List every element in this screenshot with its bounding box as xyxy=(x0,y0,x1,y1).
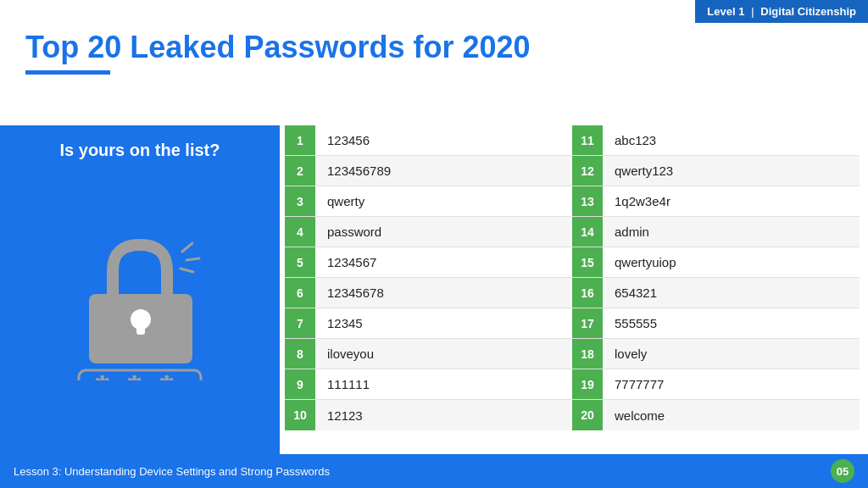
svg-text:_: _ xyxy=(181,376,191,380)
lock-icon-area: ✱ ✱ ✱ _ xyxy=(55,170,225,454)
question-text: Is yours on the list? xyxy=(43,125,237,170)
row-value: 7777777 xyxy=(603,377,664,391)
header-pipe: | xyxy=(751,5,754,18)
row-value: 1q2w3e4r xyxy=(603,194,670,208)
table-row: 51234567 xyxy=(285,247,572,278)
header-course: Digital Citizenship xyxy=(760,5,856,18)
page-title: Top 20 Leaked Passwords for 2020 xyxy=(25,29,531,65)
row-number: 20 xyxy=(572,400,603,430)
row-number: 17 xyxy=(572,308,603,338)
svg-text:✱: ✱ xyxy=(94,373,110,380)
row-value: password xyxy=(315,225,381,239)
table-grid: 112345621234567893qwerty4password5123456… xyxy=(285,125,860,454)
svg-rect-5 xyxy=(136,319,145,335)
table-row: 1123456 xyxy=(285,125,572,156)
row-value: admin xyxy=(603,225,649,239)
row-number: 8 xyxy=(285,339,315,369)
table-row: 8iloveyou xyxy=(285,339,572,369)
row-value: 12123 xyxy=(315,408,363,423)
main-title-area: Top 20 Leaked Passwords for 2020 xyxy=(25,29,531,75)
row-value: 555555 xyxy=(603,316,657,330)
row-value: welcome xyxy=(603,408,665,423)
row-value: lovely xyxy=(603,347,647,361)
footer: Lesson 3: Understanding Device Settings … xyxy=(0,454,868,488)
row-number: 11 xyxy=(572,125,603,155)
table-row: 1012123 xyxy=(285,400,572,430)
table-row: 14admin xyxy=(572,217,860,247)
svg-line-1 xyxy=(186,258,199,260)
row-number: 5 xyxy=(285,247,315,277)
header-level: Level 1 xyxy=(707,5,744,18)
table-row: 17555555 xyxy=(572,308,860,339)
table-row: 612345678 xyxy=(285,278,572,308)
row-number: 4 xyxy=(285,217,315,247)
row-number: 19 xyxy=(572,369,603,399)
svg-text:✱: ✱ xyxy=(126,373,142,380)
table-row: 11abc123 xyxy=(572,125,860,156)
row-number: 10 xyxy=(285,400,315,430)
lock-icon: ✱ ✱ ✱ _ xyxy=(55,228,225,380)
title-underline xyxy=(25,70,110,75)
svg-line-2 xyxy=(181,269,193,272)
right-column: 11abc12312qwerty123131q2w3e4r14admin15qw… xyxy=(572,125,860,454)
row-value: qwerty123 xyxy=(603,164,673,178)
footer-lesson: Lesson 3: Understanding Device Settings … xyxy=(14,465,330,478)
row-number: 2 xyxy=(285,156,315,186)
row-number: 7 xyxy=(285,308,315,338)
table-row: 9111111 xyxy=(285,369,572,400)
row-value: 111111 xyxy=(315,377,370,391)
row-value: 1234567 xyxy=(315,255,376,269)
table-row: 16654321 xyxy=(572,278,860,308)
svg-line-0 xyxy=(182,243,192,252)
header-badge: Level 1 | Digital Citizenship xyxy=(695,0,868,23)
row-value: 654321 xyxy=(603,286,657,300)
table-row: 18lovely xyxy=(572,339,860,369)
left-panel: Is yours on the list? ✱ ✱ ✱ _ xyxy=(0,125,280,454)
table-row: 12qwerty123 xyxy=(572,156,860,186)
row-number: 3 xyxy=(285,186,315,216)
left-column: 112345621234567893qwerty4password5123456… xyxy=(285,125,572,454)
row-value: abc123 xyxy=(603,133,656,147)
row-value: 12345678 xyxy=(315,286,384,300)
row-number: 18 xyxy=(572,339,603,369)
row-value: 123456 xyxy=(315,133,370,147)
footer-page-number: 05 xyxy=(831,459,854,483)
table-row: 3qwerty xyxy=(285,186,572,217)
row-value: qwertyuiop xyxy=(603,255,676,269)
row-number: 16 xyxy=(572,278,603,308)
row-number: 12 xyxy=(572,156,603,186)
table-row: 712345 xyxy=(285,308,572,339)
row-value: qwerty xyxy=(315,194,364,208)
row-value: iloveyou xyxy=(315,347,374,361)
row-number: 14 xyxy=(572,217,603,247)
row-value: 12345 xyxy=(315,316,363,330)
row-number: 13 xyxy=(572,186,603,216)
table-row: 131q2w3e4r xyxy=(572,186,860,217)
row-value: 123456789 xyxy=(315,164,391,178)
row-number: 9 xyxy=(285,369,315,399)
table-row: 197777777 xyxy=(572,369,860,400)
table-row: 2123456789 xyxy=(285,156,572,186)
table-row: 4password xyxy=(285,217,572,247)
row-number: 1 xyxy=(285,125,315,155)
password-table: 112345621234567893qwerty4password5123456… xyxy=(285,125,860,454)
table-row: 15qwertyuiop xyxy=(572,247,860,278)
svg-text:✱: ✱ xyxy=(159,373,175,380)
row-number: 15 xyxy=(572,247,603,277)
row-number: 6 xyxy=(285,278,315,308)
table-row: 20welcome xyxy=(572,400,860,430)
